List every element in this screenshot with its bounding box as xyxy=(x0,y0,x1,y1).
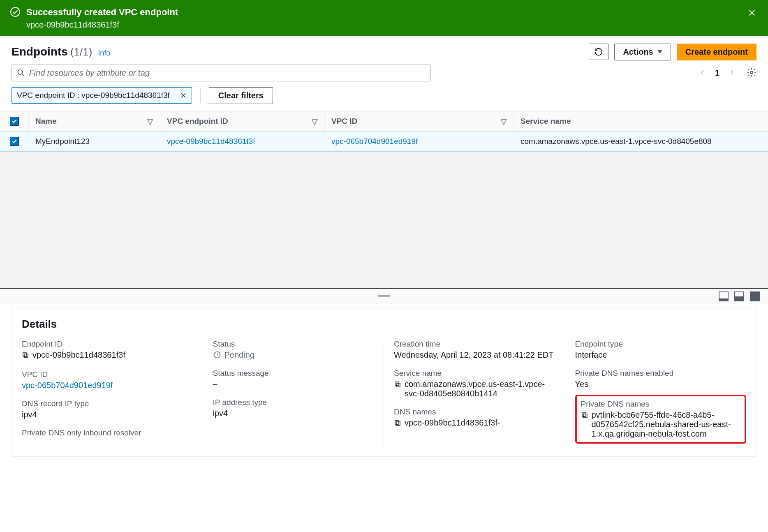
th-vpc-id[interactable]: VPC ID xyxy=(331,117,357,126)
search-row: 1 xyxy=(0,65,768,87)
page-title-text: Endpoints xyxy=(12,45,68,58)
label-status: Status xyxy=(213,340,374,349)
page-title: Endpoints (1/1) xyxy=(12,45,92,58)
table-header: Name▽ VPC endpoint ID▽ VPC ID▽ Service n… xyxy=(0,112,768,132)
svg-rect-6 xyxy=(396,383,400,387)
value-status-message: – xyxy=(213,379,374,389)
filter-tag: VPC endpoint ID : vpce-09b9bc11d48361f3f xyxy=(12,87,192,104)
label-vpc-id: VPC ID xyxy=(22,370,193,379)
info-link[interactable]: Info xyxy=(98,49,110,58)
refresh-button[interactable] xyxy=(589,44,608,60)
pager-page: 1 xyxy=(715,68,719,78)
pane-full-button[interactable] xyxy=(750,291,760,301)
cell-endpoint-id[interactable]: vpce-09b9bc11d48361f3f xyxy=(160,132,325,151)
label-dns-names: DNS names xyxy=(394,407,555,416)
filter-tag-remove[interactable] xyxy=(175,88,192,103)
details-panel: Details Endpoint ID vpce-09b9bc11d48361f… xyxy=(12,308,756,457)
value-service-name: com.amazonaws.vpce.us-east-1.vpce-svc-0d… xyxy=(405,379,555,398)
sort-icon[interactable]: ▽ xyxy=(147,117,153,126)
drag-handle-icon[interactable] xyxy=(378,295,390,298)
label-private-dns-inbound: Private DNS only inbound resolver xyxy=(22,428,193,437)
divider xyxy=(200,88,201,103)
value-private-dns-names: pvtlink-bcb6e755-ffde-46c8-a4b5-d0576542… xyxy=(592,410,741,439)
label-service-name: Service name xyxy=(394,369,555,378)
pager-prev[interactable] xyxy=(699,68,706,78)
label-endpoint-type: Endpoint type xyxy=(575,340,747,349)
value-dns-names: vpce-09b9bc11d48361f3f- xyxy=(405,418,500,428)
row-checkbox[interactable] xyxy=(10,137,19,146)
value-endpoint-id: vpce-09b9bc11d48361f3f xyxy=(32,350,125,360)
clock-icon xyxy=(213,351,221,359)
cell-vpc-id[interactable]: vpc-065b704d901ed919f xyxy=(325,132,514,151)
svg-point-1 xyxy=(18,70,22,74)
endpoints-table: Name▽ VPC endpoint ID▽ VPC ID▽ Service n… xyxy=(0,111,768,152)
close-icon[interactable] xyxy=(746,7,758,19)
svg-rect-10 xyxy=(583,414,587,418)
page-title-count: (1/1) xyxy=(70,46,92,58)
value-vpc-id[interactable]: vpc-065b704d901ed919f xyxy=(22,381,193,390)
create-endpoint-button[interactable]: Create endpoint xyxy=(677,44,756,60)
success-banner: Successfully created VPC endpoint vpce-0… xyxy=(0,0,768,36)
sort-icon[interactable]: ▽ xyxy=(312,117,318,126)
banner-subtitle: vpce-09b9bc11d48361f3f xyxy=(26,20,178,30)
select-all-checkbox[interactable] xyxy=(10,117,19,126)
svg-rect-3 xyxy=(24,354,28,358)
svg-rect-4 xyxy=(23,353,27,356)
pager-next[interactable] xyxy=(729,68,735,78)
copy-icon[interactable] xyxy=(394,419,401,429)
cell-service-name: com.amazonaws.vpce.us-east-1.vpce-svc-0d… xyxy=(514,132,768,151)
clear-filters-button[interactable]: Clear filters xyxy=(209,87,273,104)
search-input[interactable] xyxy=(29,68,426,78)
value-private-dns-enabled: Yes xyxy=(575,379,747,389)
th-endpoint-id[interactable]: VPC endpoint ID xyxy=(167,117,228,126)
sort-icon[interactable]: ▽ xyxy=(501,117,507,126)
banner-title: Successfully created VPC endpoint xyxy=(26,7,178,19)
svg-point-0 xyxy=(11,7,20,16)
value-ip-address-type: ipv4 xyxy=(213,409,374,418)
svg-rect-7 xyxy=(395,382,399,386)
empty-area xyxy=(0,152,768,288)
gear-icon[interactable] xyxy=(747,67,756,79)
label-dns-record-ip-type: DNS record IP type xyxy=(22,399,193,408)
search-box[interactable] xyxy=(12,65,431,81)
cell-name: MyEndpoint123 xyxy=(29,132,160,151)
value-endpoint-type: Interface xyxy=(575,350,747,360)
svg-rect-8 xyxy=(396,422,400,426)
highlight-private-dns: Private DNS names pvtlink-bcb6e755-ffde-… xyxy=(575,395,747,444)
copy-icon[interactable] xyxy=(581,412,588,421)
label-ip-address-type: IP address type xyxy=(213,398,374,407)
label-private-dns-names: Private DNS names xyxy=(581,400,741,409)
chevron-down-icon xyxy=(657,50,662,53)
filter-row: VPC endpoint ID : vpce-09b9bc11d48361f3f… xyxy=(0,87,768,111)
svg-rect-9 xyxy=(395,421,399,424)
pane-small-button[interactable] xyxy=(719,291,729,301)
pager: 1 xyxy=(699,68,735,78)
actions-button-label: Actions xyxy=(623,47,653,57)
actions-button[interactable]: Actions xyxy=(614,44,671,60)
copy-icon[interactable] xyxy=(22,352,29,361)
filter-tag-text: VPC endpoint ID : vpce-09b9bc11d48361f3f xyxy=(12,88,175,103)
page-header: Endpoints (1/1) Info Actions Create endp… xyxy=(0,36,768,65)
label-creation-time: Creation time xyxy=(394,340,555,349)
svg-point-2 xyxy=(750,71,753,74)
value-dns-record-ip-type: ipv4 xyxy=(22,410,193,419)
value-status: Pending xyxy=(224,350,254,360)
th-service-name[interactable]: Service name xyxy=(520,117,571,126)
svg-rect-11 xyxy=(582,413,586,416)
search-icon xyxy=(17,69,25,77)
details-title: Details xyxy=(12,308,756,335)
th-name[interactable]: Name xyxy=(35,117,57,126)
value-creation-time: Wednesday, April 12, 2023 at 08:41:22 ED… xyxy=(394,350,555,360)
split-bar[interactable] xyxy=(0,288,768,304)
copy-icon[interactable] xyxy=(394,381,401,390)
label-private-dns-enabled: Private DNS names enabled xyxy=(575,369,747,378)
table-row[interactable]: MyEndpoint123 vpce-09b9bc11d48361f3f vpc… xyxy=(0,132,768,152)
check-circle-icon xyxy=(10,7,21,17)
pane-half-button[interactable] xyxy=(734,291,744,301)
label-endpoint-id: Endpoint ID xyxy=(22,340,193,349)
label-status-message: Status message xyxy=(213,369,374,378)
